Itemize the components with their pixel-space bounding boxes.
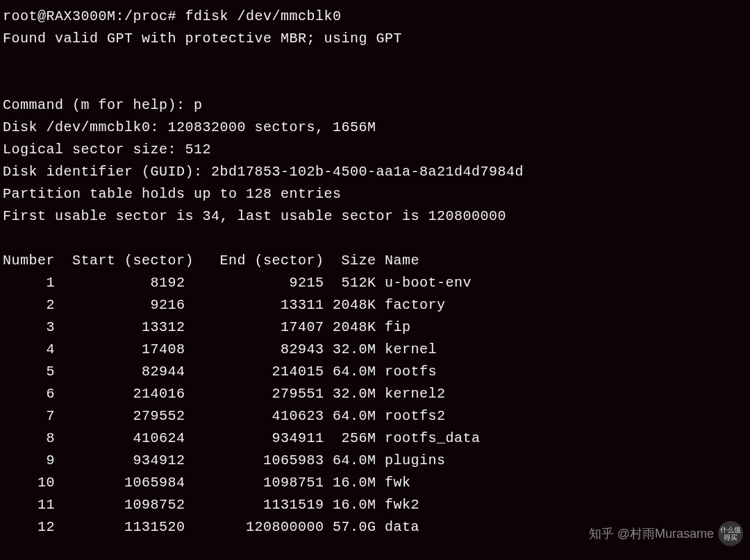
command-text: fdisk /dev/mmcblk0 xyxy=(185,8,342,24)
table-row: 7 279552 410623 64.0M rootfs2 xyxy=(3,405,747,427)
shell-prompt: root@RAX3000M:/proc# xyxy=(3,8,176,24)
table-header: Number Start (sector) End (sector) Size … xyxy=(3,250,747,272)
disk-identifier: Disk identifier (GUID): 2bd17853-102b-45… xyxy=(3,161,747,183)
sector-size: Logical sector size: 512 xyxy=(3,139,747,161)
table-row: 3 13312 17407 2048K fip xyxy=(3,316,747,339)
gpt-message: Found valid GPT with protective MBR; usi… xyxy=(3,28,747,50)
disk-info: Disk /dev/mmcblk0: 120832000 sectors, 16… xyxy=(3,117,747,139)
blank-line xyxy=(3,228,747,250)
table-row: 4 17408 82943 32.0M kernel xyxy=(3,339,747,361)
table-row: 8 410624 934911 256M rootfs_data xyxy=(3,427,747,450)
terminal-output[interactable]: root@RAX3000M:/proc# fdisk /dev/mmcblk0 … xyxy=(3,6,747,538)
watermark-text: 知乎 @村雨Murasame xyxy=(589,524,714,544)
blank-line xyxy=(3,50,747,72)
command-help-prompt: Command (m for help): xyxy=(3,97,185,113)
table-row: 10 1065984 1098751 16.0M fwk xyxy=(3,472,747,494)
partition-table-info: Partition table holds up to 128 entries xyxy=(3,183,747,205)
watermark-badge-icon: 什么值得买 xyxy=(718,521,743,546)
watermark: 知乎 @村雨Murasame 什么值得买 xyxy=(589,521,743,546)
table-row: 2 9216 13311 2048K factory xyxy=(3,294,747,316)
table-row: 6 214016 279551 32.0M kernel2 xyxy=(3,383,747,405)
table-row: 11 1098752 1131519 16.0M fwk2 xyxy=(3,494,747,516)
table-row: 1 8192 9215 512K u-boot-env xyxy=(3,272,747,294)
blank-line xyxy=(3,72,747,94)
table-row: 5 82944 214015 64.0M rootfs xyxy=(3,361,747,383)
usable-sectors: First usable sector is 34, last usable s… xyxy=(3,205,747,228)
partition-table: Number Start (sector) End (sector) Size … xyxy=(3,250,747,538)
command-help-line: Command (m for help): p xyxy=(3,94,747,117)
command-help-input: p xyxy=(194,97,203,113)
table-row: 9 934912 1065983 64.0M plugins xyxy=(3,450,747,472)
prompt-line: root@RAX3000M:/proc# fdisk /dev/mmcblk0 xyxy=(3,6,747,28)
